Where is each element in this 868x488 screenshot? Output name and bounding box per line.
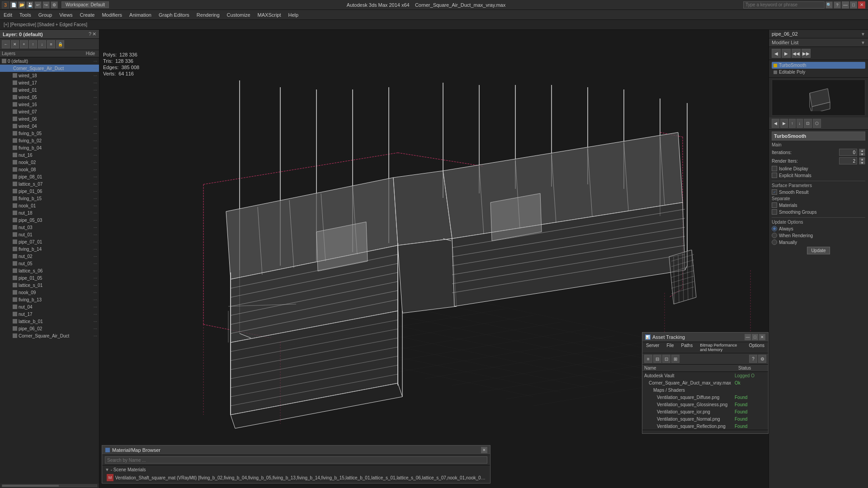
layer-item-8[interactable]: wired_06···	[0, 115, 99, 122]
layer-down-btn[interactable]: ↓	[38, 40, 46, 48]
layer-item-37[interactable]: pipe_06_02···	[0, 325, 99, 332]
settings-btn[interactable]: ⚙	[51, 1, 58, 9]
help-btn[interactable]: ?	[834, 1, 841, 9]
close-btn[interactable]: ✕	[858, 1, 865, 9]
workspace-dropdown[interactable]: Workspace: Default	[61, 1, 109, 8]
layer-nav-btn[interactable]: ←	[2, 40, 10, 48]
layer-item-7[interactable]: wired_07···	[0, 108, 99, 115]
layer-item-28[interactable]: nut_05···	[0, 260, 99, 267]
layer-item-17[interactable]: lattice_s_07···	[0, 180, 99, 188]
ts-render-iters-input[interactable]	[839, 157, 857, 164]
save-file-btn[interactable]: 💾	[26, 1, 33, 9]
layer-merge-btn[interactable]: ≡	[47, 40, 55, 48]
ts-explicit-normals-checkbox[interactable]	[772, 173, 777, 178]
menu-item-edit[interactable]: Edit	[0, 10, 16, 19]
menu-item-group[interactable]: Group	[35, 10, 56, 19]
layer-item-10[interactable]: fiving_b_05···	[0, 130, 99, 137]
layer-help-btn[interactable]: ?	[89, 31, 91, 37]
asset-menu-bitmap[interactable]: Bitmap Performance and Memory	[696, 342, 745, 353]
layer-item-22[interactable]: pipe_05_03···	[0, 216, 99, 224]
asset-menu-options[interactable]: Options	[745, 342, 768, 353]
layer-item-13[interactable]: nut_16···	[0, 151, 99, 159]
layer-item-18[interactable]: pipe_01_06···	[0, 188, 99, 195]
search-input[interactable]	[743, 1, 825, 9]
mod-icon-1[interactable]: ◀	[772, 49, 781, 58]
layer-item-20[interactable]: nook_01···	[0, 202, 99, 209]
layer-item-16[interactable]: pipe_08_01···	[0, 173, 99, 180]
asset-scrollbar[interactable]	[642, 430, 768, 433]
layer-item-15[interactable]: nook_08···	[0, 166, 99, 173]
layer-item-33[interactable]: fiving_b_13···	[0, 296, 99, 303]
open-file-btn[interactable]: 📂	[18, 1, 25, 9]
menu-item-animation[interactable]: Animation	[126, 10, 155, 19]
modifier-entry-editablepoly[interactable]: Editable Poly	[772, 69, 865, 75]
asset-menu-paths[interactable]: Paths	[678, 342, 697, 353]
layer-item-29[interactable]: lattice_s_06···	[0, 267, 99, 274]
mod-icon-3[interactable]: ◀◀	[792, 49, 801, 58]
mod-icon-4[interactable]: ▶▶	[802, 49, 811, 58]
layer-item-35[interactable]: nut_17···	[0, 310, 99, 318]
layer-item-0[interactable]: 0 (default)···	[0, 57, 99, 65]
layer-item-14[interactable]: nook_02···	[0, 159, 99, 166]
layer-close-btn[interactable]: ✕	[92, 31, 96, 37]
asset-row-0[interactable]: Autodesk VaultLogged O	[642, 372, 768, 379]
at-btn-settings[interactable]: ⚙	[758, 355, 766, 363]
rt-btn-6[interactable]: ⬡	[813, 119, 821, 128]
ts-render-iters-up[interactable]: ▲	[859, 157, 865, 161]
asset-maximize-btn[interactable]: □	[752, 334, 758, 340]
asset-row-3[interactable]: Ventilation_square_Diffuse.pngFound	[642, 394, 768, 401]
ts-update-button[interactable]: Update	[807, 247, 830, 254]
layer-item-25[interactable]: pipe_07_01···	[0, 238, 99, 245]
asset-menu-file[interactable]: File	[663, 342, 677, 353]
layer-delete-btn[interactable]: ✕	[11, 40, 19, 48]
ts-smoothing-groups-checkbox[interactable]	[772, 209, 777, 215]
menu-item-maxscript[interactable]: MAXScript	[254, 10, 285, 19]
layer-item-2[interactable]: wired_18···	[0, 72, 99, 79]
asset-row-7[interactable]: Ventilation_square_Reflection.pngFound	[642, 422, 768, 430]
modifier-entry-turbosmooth[interactable]: TurboSmooth	[772, 62, 865, 69]
menu-item-views[interactable]: Views	[56, 10, 76, 19]
mod-icon-2[interactable]: ▶	[782, 49, 791, 58]
layer-item-23[interactable]: nut_03···	[0, 224, 99, 231]
right-panel-dropdown[interactable]: ▼	[861, 32, 865, 37]
layer-item-24[interactable]: nut_01···	[0, 231, 99, 238]
asset-menu-server[interactable]: Server	[642, 342, 663, 353]
mat-item-1[interactable]: M Ventilation_Shaft_square_mat (VRayMtl)…	[105, 473, 487, 482]
at-btn-3[interactable]: ⊡	[662, 355, 670, 363]
layer-item-11[interactable]: fiving_b_02···	[0, 137, 99, 144]
layer-item-9[interactable]: wired_04···	[0, 122, 99, 130]
asset-row-5[interactable]: Ventilation_square_ior.pngFound	[642, 408, 768, 415]
asset-row-1[interactable]: Corner_Square_Air_Duct_max_vray.maxOk	[642, 379, 768, 386]
new-file-btn[interactable]: 📄	[10, 1, 17, 9]
redo-btn[interactable]: ↪	[42, 1, 50, 9]
rt-btn-5[interactable]: ⊡	[804, 119, 812, 128]
rt-btn-3[interactable]: ↑	[789, 119, 796, 128]
layer-item-34[interactable]: nut_04···	[0, 303, 99, 310]
layer-item-5[interactable]: wired_05···	[0, 94, 99, 101]
at-btn-2[interactable]: ⊟	[653, 355, 661, 363]
layer-item-31[interactable]: lattice_s_01···	[0, 282, 99, 289]
layer-item-3[interactable]: wired_17···	[0, 79, 99, 86]
menu-item-modifiers[interactable]: Modifiers	[98, 10, 126, 19]
ts-iterations-up[interactable]: ▲	[859, 149, 865, 152]
menu-item-graph-editors[interactable]: Graph Editors	[155, 10, 193, 19]
asset-row-2[interactable]: Maps / Shaders	[642, 386, 768, 394]
layer-h-scrollbar[interactable]	[0, 483, 99, 488]
asset-minimize-btn[interactable]: —	[745, 334, 751, 340]
undo-btn[interactable]: ↩	[34, 1, 42, 9]
at-btn-1[interactable]: ≡	[644, 355, 652, 363]
layer-item-32[interactable]: nook_09···	[0, 289, 99, 296]
layer-item-19[interactable]: fiving_b_15···	[0, 195, 99, 202]
ts-materials-checkbox[interactable]	[772, 202, 777, 208]
search-btn[interactable]: 🔍	[826, 1, 833, 9]
menu-item-create[interactable]: Create	[76, 10, 98, 19]
menu-item-tools[interactable]: Tools	[16, 10, 35, 19]
mat-search-input[interactable]	[105, 456, 487, 464]
at-btn-help[interactable]: ?	[749, 355, 757, 363]
layer-add-btn[interactable]: +	[20, 40, 28, 48]
layer-item-27[interactable]: nut_02···	[0, 253, 99, 260]
maximize-btn[interactable]: □	[850, 1, 857, 9]
ts-render-iters-down[interactable]: ▼	[859, 161, 865, 164]
asset-row-6[interactable]: Ventilation_square_Normal.pngFound	[642, 415, 768, 422]
ts-manually-radio[interactable]	[772, 239, 777, 245]
